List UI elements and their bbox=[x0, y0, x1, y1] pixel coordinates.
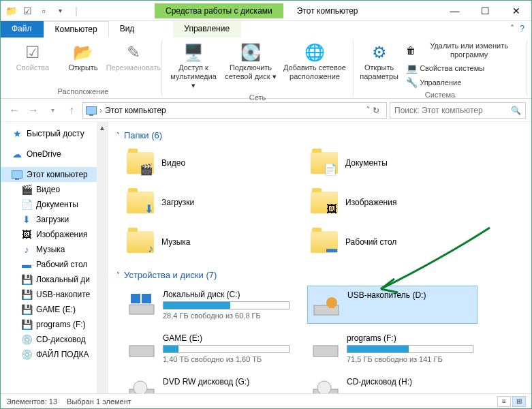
devices-section-header[interactable]: ˅ Устройства и диски (7) bbox=[116, 270, 523, 280]
tab-file[interactable]: Файл bbox=[1, 21, 44, 37]
media-access-button[interactable]: 🖥️ Доступ к мультимедиа ▾ bbox=[166, 40, 221, 92]
sidebar-game[interactable]: 💾GAME (E:) bbox=[1, 302, 108, 317]
tiles-view-button[interactable]: ⊞ bbox=[512, 396, 526, 407]
sidebar-localdisk[interactable]: 💾Локальный ди bbox=[1, 272, 108, 287]
system-properties-button[interactable]: 💻 Свойства системы bbox=[403, 61, 522, 75]
cd-icon: 💿 bbox=[21, 349, 32, 360]
drive-g-dvd[interactable]: DVD DVD RW дисковод (G:) bbox=[123, 373, 294, 393]
qat-item-icon[interactable]: ▫ bbox=[36, 3, 51, 18]
up-button[interactable]: ↑ bbox=[63, 102, 80, 119]
search-box[interactable]: 🔍 bbox=[390, 102, 526, 119]
video-icon: 🎬 bbox=[21, 184, 32, 195]
uninstall-icon: 🗑 bbox=[406, 45, 416, 56]
usb-locked-drive-icon bbox=[312, 290, 341, 319]
folder-documents[interactable]: 📄Документы bbox=[307, 146, 478, 180]
add-network-button[interactable]: 🌐 Добавить сетевое расположение bbox=[281, 40, 349, 82]
map-drive-button[interactable]: 💽 Подключить сетевой диск ▾ bbox=[223, 40, 278, 82]
open-icon: 📂 bbox=[72, 42, 94, 63]
manage-icon: 🔧 bbox=[406, 77, 417, 88]
drive-usage-bar bbox=[347, 345, 473, 353]
folders-section-header[interactable]: ˅ Папки (6) bbox=[116, 130, 523, 140]
rename-button[interactable]: ✎ Переименовать bbox=[110, 40, 157, 74]
svg-rect-2 bbox=[142, 294, 151, 303]
folder-music[interactable]: ♪Музыка bbox=[123, 225, 294, 259]
folder-pictures[interactable]: 🖼Изображения bbox=[307, 185, 478, 219]
sidebar-thispc[interactable]: Этот компьютер bbox=[1, 167, 108, 182]
sidebar-usb[interactable]: 💾USB-накопите bbox=[1, 287, 108, 302]
drive-icon: 💾 bbox=[21, 319, 32, 330]
documents-folder-icon: 📄 bbox=[310, 149, 339, 177]
pc-icon bbox=[12, 169, 22, 180]
drive-usage-bar bbox=[163, 345, 290, 353]
thispc-icon bbox=[86, 106, 97, 115]
folder-desktop[interactable]: ▬Рабочий стол bbox=[307, 225, 478, 259]
drive-c[interactable]: Локальный диск (C:) 28,4 ГБ свободно из … bbox=[123, 286, 294, 324]
back-button[interactable]: ← bbox=[6, 102, 22, 119]
desktop-icon: ▬ bbox=[21, 259, 32, 270]
tab-computer[interactable]: Компьютер bbox=[44, 21, 109, 37]
properties-button[interactable]: ☑ Свойства bbox=[9, 40, 57, 74]
folder-video[interactable]: 🎬Видео bbox=[123, 146, 294, 180]
scroll-up-icon[interactable]: ▲ bbox=[97, 122, 108, 133]
music-icon: ♪ bbox=[21, 244, 32, 255]
qat-separator: | bbox=[69, 3, 84, 18]
drive-icon: 💾 bbox=[21, 274, 32, 285]
search-icon[interactable]: 🔍 bbox=[511, 106, 521, 115]
group-system-label: Система bbox=[358, 89, 522, 99]
windows-drive-icon bbox=[127, 290, 156, 318]
open-button[interactable]: 📂 Открыть bbox=[59, 40, 107, 74]
window-title: Этот компьютер bbox=[297, 6, 358, 16]
hdd-icon bbox=[311, 333, 340, 362]
folder-downloads[interactable]: ⬇Загрузки bbox=[123, 185, 294, 219]
cloud-icon: ☁ bbox=[12, 149, 22, 160]
sidebar-filepodka[interactable]: 💿ФАЙЛ ПОДКА bbox=[1, 347, 108, 362]
system-props-icon: 💻 bbox=[406, 63, 417, 74]
sidebar-music[interactable]: ♪Музыка bbox=[1, 242, 108, 257]
uninstall-button[interactable]: 🗑 Удалить или изменить программу bbox=[403, 40, 522, 61]
sidebar-scrollbar[interactable]: ▲ bbox=[97, 122, 108, 393]
details-view-button[interactable]: ≡ bbox=[497, 396, 511, 407]
drive-icon: 💾 bbox=[21, 304, 32, 315]
sidebar-desktop[interactable]: ▬Рабочий стол bbox=[1, 257, 108, 272]
svg-rect-5 bbox=[329, 301, 334, 308]
sidebar-cddrive[interactable]: 💿CD-дисковод bbox=[1, 332, 108, 347]
group-location-label: Расположение bbox=[9, 86, 157, 95]
content-pane[interactable]: ˅ Папки (6) 🎬Видео 📄Документы ⬇Загрузки … bbox=[108, 122, 531, 393]
forward-button[interactable]: → bbox=[25, 102, 42, 119]
sidebar-programs[interactable]: 💾programs (F:) bbox=[1, 317, 108, 332]
manage-button[interactable]: 🔧 Управление bbox=[403, 76, 522, 89]
media-icon: 🖥️ bbox=[183, 42, 204, 63]
drive-d-usb[interactable]: USB-накопитель (D:) bbox=[307, 286, 478, 324]
close-button[interactable]: ✕ bbox=[501, 1, 531, 21]
qat-checkbox-icon[interactable]: ☑ bbox=[20, 3, 35, 18]
maximize-button[interactable]: ☐ bbox=[470, 1, 501, 21]
tab-view[interactable]: Вид bbox=[109, 21, 146, 37]
sidebar-video[interactable]: 🎬Видео bbox=[1, 182, 108, 197]
sidebar-quick-access[interactable]: ★Быстрый досту bbox=[1, 126, 108, 141]
svg-rect-7 bbox=[313, 346, 338, 357]
recent-dropdown[interactable]: ▾ bbox=[44, 102, 61, 119]
minimize-button[interactable]: — bbox=[439, 1, 470, 21]
sidebar-downloads[interactable]: ⬇Загрузки bbox=[1, 212, 108, 227]
drive-e-game[interactable]: GAME (E:) 1,40 ТБ свободно из 1,60 ТБ bbox=[123, 329, 294, 367]
search-input[interactable] bbox=[394, 106, 511, 115]
refresh-icon[interactable]: ↻ bbox=[373, 106, 379, 115]
drive-h-cd[interactable]: CD-дисковод (H:) bbox=[307, 373, 478, 393]
address-bar[interactable]: › Этот компьютер ˅ ↻ bbox=[82, 102, 387, 119]
cd-icon: 💿 bbox=[21, 334, 32, 345]
video-folder-icon: 🎬 bbox=[126, 149, 155, 177]
sidebar-pictures[interactable]: 🖼Изображения bbox=[1, 227, 108, 242]
sidebar-onedrive[interactable]: ☁OneDrive bbox=[1, 147, 108, 162]
drive-f-programs[interactable]: programs (F:) 71,5 ГБ свободно из 141 ГБ bbox=[307, 329, 478, 367]
qat-dropdown-icon[interactable]: ▾ bbox=[52, 3, 67, 18]
help-icon[interactable]: ? bbox=[520, 24, 525, 35]
address-dropdown-icon[interactable]: ˅ bbox=[366, 106, 370, 115]
tab-manage[interactable]: Управление bbox=[173, 21, 241, 37]
navigation-pane[interactable]: ★Быстрый досту ☁OneDrive Этот компьютер … bbox=[1, 122, 108, 393]
ribbon-collapse-icon[interactable]: ˄ bbox=[510, 24, 514, 35]
open-settings-button[interactable]: ⚙ Открыть параметры bbox=[358, 40, 401, 82]
rename-icon: ✎ bbox=[123, 42, 144, 63]
desktop-folder-icon: ▬ bbox=[310, 228, 339, 256]
chevron-down-icon: ˅ bbox=[116, 132, 120, 139]
sidebar-documents[interactable]: 📄Документы bbox=[1, 197, 108, 212]
